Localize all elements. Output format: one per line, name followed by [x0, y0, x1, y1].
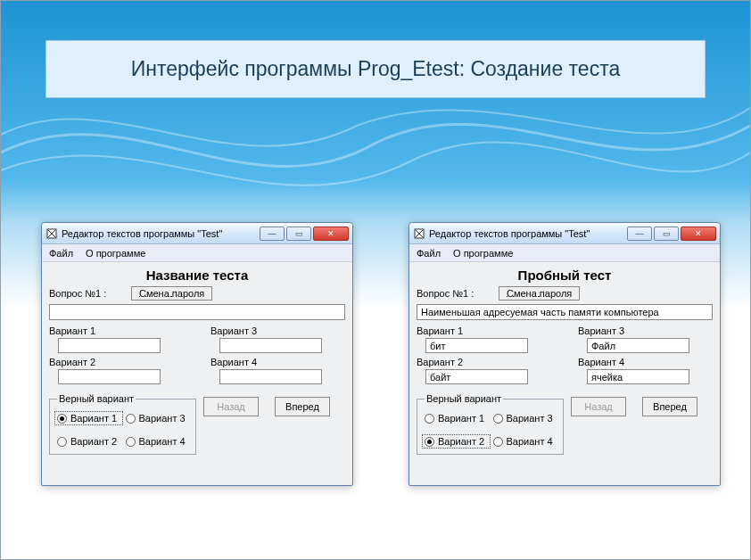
variant1-label: Вариант 1	[417, 325, 551, 336]
menu-file[interactable]: Файл	[49, 248, 73, 259]
titlebar-title: Редактор текстов программы "Test"	[429, 228, 625, 239]
radio-variant3-label: Вариант 3	[139, 413, 186, 424]
radio-dot-icon	[425, 414, 434, 424]
variant3-input[interactable]	[587, 338, 689, 353]
variant4-label: Вариант 4	[210, 357, 345, 367]
question-input[interactable]	[417, 304, 713, 320]
variant2-label: Вариант 2	[417, 357, 551, 367]
radio-variant3[interactable]: Вариант 3	[493, 413, 557, 424]
radio-variant1[interactable]: Вариант 1	[54, 411, 123, 425]
radio-variant2-label: Вариант 2	[70, 436, 117, 447]
variant2-input[interactable]	[425, 369, 528, 384]
variant1-input[interactable]	[425, 338, 528, 353]
radio-dot-icon	[57, 437, 67, 447]
radio-variant1[interactable]: Вариант 1	[425, 413, 488, 424]
correct-variant-legend: Верный вариант	[425, 393, 503, 404]
radio-variant4[interactable]: Вариант 4	[493, 436, 557, 447]
radio-dot-icon	[126, 437, 136, 447]
decorative-wave	[1, 81, 750, 206]
correct-variant-legend: Верный вариант	[57, 393, 136, 404]
forward-button[interactable]: Вперед	[275, 397, 330, 416]
titlebar[interactable]: Редактор текстов программы "Test" — ▭ ✕	[409, 223, 720, 244]
correct-variant-group: Верный вариант Вариант 1 Вариант 3	[49, 393, 196, 455]
back-button[interactable]: Назад	[571, 397, 626, 416]
close-button[interactable]: ✕	[681, 226, 716, 241]
minimize-button[interactable]: —	[260, 226, 285, 241]
client-area: Название теста Вопрос №1 : Смена пароля …	[42, 262, 352, 485]
radio-dot-icon	[493, 414, 503, 424]
radio-dot-icon	[57, 414, 67, 424]
radio-variant1-label: Вариант 1	[70, 413, 117, 424]
correct-variant-group: Верный вариант Вариант 1 Вариант 3	[417, 393, 564, 455]
variant2-label: Вариант 2	[49, 357, 184, 367]
menu-about[interactable]: О программе	[86, 248, 145, 259]
question-input[interactable]	[49, 304, 345, 320]
change-password-button[interactable]: Смена пароля	[499, 286, 580, 301]
radio-dot-icon	[493, 437, 503, 447]
menu-about[interactable]: О программе	[453, 248, 513, 259]
app-icon	[413, 227, 425, 240]
minimize-button[interactable]: —	[627, 226, 652, 241]
variant3-label: Вариант 3	[578, 325, 713, 336]
variant1-label: Вариант 1	[49, 325, 184, 336]
back-button[interactable]: Назад	[203, 397, 259, 416]
client-area: Пробный тест Вопрос №1 : Смена пароля Ва…	[409, 262, 720, 485]
titlebar-title: Редактор текстов программы "Test"	[62, 228, 258, 239]
change-password-button[interactable]: Смена пароля	[131, 286, 212, 301]
radio-dot-icon	[425, 437, 434, 447]
variant4-label: Вариант 4	[578, 357, 713, 367]
radio-variant3-label: Вариант 3	[507, 413, 553, 424]
menubar: Файл О программе	[409, 244, 720, 262]
menubar: Файл О программе	[42, 244, 352, 262]
menu-file[interactable]: Файл	[417, 248, 441, 259]
test-title: Название теста	[49, 268, 345, 283]
radio-variant2-label: Вариант 2	[438, 436, 484, 447]
slide-title: Интерфейс программы Prog_Etest: Создание…	[45, 40, 706, 98]
windows-area: Редактор текстов программы "Test" — ▭ ✕ …	[1, 218, 750, 548]
question-number-label: Вопрос №1 :	[49, 288, 120, 299]
variant4-input[interactable]	[587, 369, 689, 384]
radio-variant1-label: Вариант 1	[438, 413, 484, 424]
test-title: Пробный тест	[417, 268, 713, 283]
maximize-button[interactable]: ▭	[654, 226, 679, 241]
variant3-label: Вариант 3	[210, 325, 345, 336]
app-window-right: Редактор текстов программы "Test" — ▭ ✕ …	[409, 222, 721, 486]
radio-variant4-label: Вариант 4	[139, 436, 186, 447]
maximize-button[interactable]: ▭	[286, 226, 311, 241]
radio-variant2[interactable]: Вариант 2	[57, 436, 120, 447]
radio-variant3[interactable]: Вариант 3	[126, 413, 189, 424]
radio-variant4[interactable]: Вариант 4	[126, 436, 189, 447]
slide-root: Интерфейс программы Prog_Etest: Создание…	[0, 0, 751, 560]
question-number-label: Вопрос №1 :	[417, 288, 488, 299]
forward-button[interactable]: Вперед	[642, 397, 697, 416]
radio-variant2[interactable]: Вариант 2	[422, 434, 491, 449]
app-icon	[45, 227, 58, 240]
radio-dot-icon	[126, 414, 136, 424]
variant4-input[interactable]	[219, 369, 322, 384]
variant1-input[interactable]	[58, 338, 161, 353]
variant2-input[interactable]	[58, 369, 161, 384]
close-button[interactable]: ✕	[313, 226, 349, 241]
variant3-input[interactable]	[219, 338, 322, 353]
radio-variant4-label: Вариант 4	[507, 436, 553, 447]
app-window-left: Редактор текстов программы "Test" — ▭ ✕ …	[41, 222, 353, 486]
titlebar[interactable]: Редактор текстов программы "Test" — ▭ ✕	[42, 223, 352, 244]
